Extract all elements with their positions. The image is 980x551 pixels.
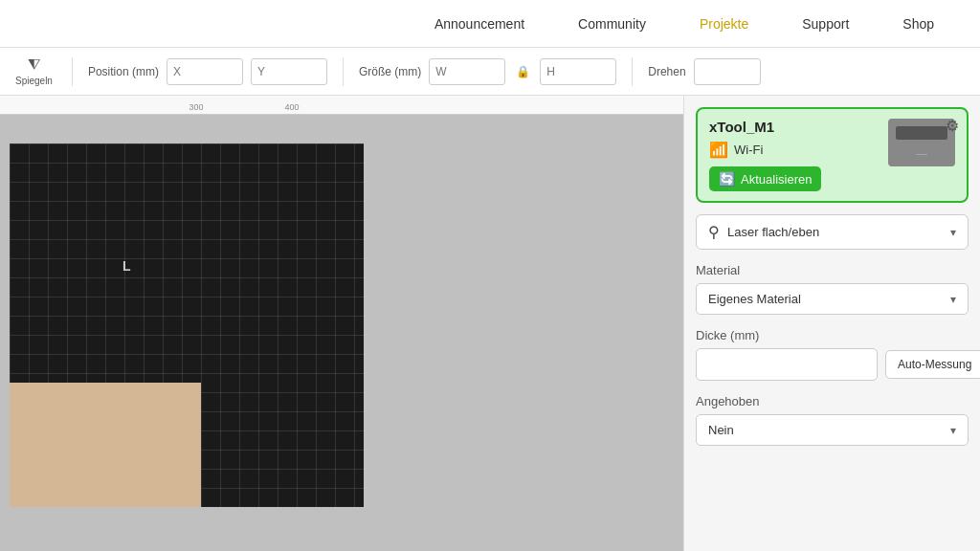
dicke-section-label: Dicke (mm) xyxy=(696,328,969,342)
material-area xyxy=(10,383,201,507)
drehen-input[interactable] xyxy=(694,58,761,85)
wifi-label: Wi-Fi xyxy=(734,143,763,157)
lock-icon[interactable]: 🔒 xyxy=(513,62,532,81)
toolbar: ⧨ Spiegeln Position (mm) Größe (mm) 🔒 Dr… xyxy=(0,48,980,96)
update-button[interactable]: 🔄 Aktualisieren xyxy=(709,166,821,191)
drehen-label: Drehen xyxy=(648,65,685,78)
ruler-mark-400: 400 xyxy=(268,102,316,112)
nav-item-community[interactable]: Community xyxy=(551,0,673,48)
angehoben-selected-label: Nein xyxy=(708,423,734,437)
laser-mode-icon: ⚲ xyxy=(708,223,720,241)
nav-item-projekte[interactable]: Projekte xyxy=(673,0,775,48)
main-area: 300 400 L xTool_M1 📶 Wi-Fi xyxy=(0,96,980,551)
height-input[interactable] xyxy=(540,58,616,85)
spiegeln-icon: ⧨ xyxy=(28,56,40,74)
width-input[interactable] xyxy=(429,58,505,85)
right-panel: xTool_M1 📶 Wi-Fi 🔄 Aktualisieren ⚙ ⚲ Las… xyxy=(683,96,980,551)
auto-messung-button[interactable]: Auto-Messung xyxy=(885,350,980,379)
gear-icon[interactable]: ⚙ xyxy=(946,117,959,135)
nav-items: Announcement Community Projekte Support … xyxy=(408,0,961,48)
toolbar-separator-1 xyxy=(72,57,73,86)
l-cursor-marker: L xyxy=(122,258,131,274)
material-selected-label: Eigenes Material xyxy=(708,292,801,306)
canvas-area[interactable]: 300 400 L xyxy=(0,96,683,551)
dicke-input[interactable] xyxy=(696,348,878,381)
position-group: Position (mm) xyxy=(88,58,327,85)
nav-item-shop[interactable]: Shop xyxy=(876,0,961,48)
laser-mode-left: ⚲ Laser flach/eben xyxy=(708,223,819,241)
device-name: xTool_M1 xyxy=(709,119,880,135)
device-info: xTool_M1 📶 Wi-Fi 🔄 Aktualisieren xyxy=(709,119,880,191)
drehen-group: Drehen xyxy=(648,58,760,85)
material-section-label: Material xyxy=(696,263,969,277)
top-navigation: Announcement Community Projekte Support … xyxy=(0,0,980,48)
laser-bed: L xyxy=(10,143,364,507)
work-area: L xyxy=(0,115,683,551)
update-label: Aktualisieren xyxy=(741,172,812,187)
position-y-input[interactable] xyxy=(251,58,327,85)
update-icon: 🔄 xyxy=(719,171,735,187)
position-label: Position (mm) xyxy=(88,65,159,78)
nav-item-support[interactable]: Support xyxy=(775,0,876,48)
ruler-marks: 300 400 xyxy=(0,102,316,112)
ruler-horizontal: 300 400 xyxy=(0,96,683,115)
laser-mode-select[interactable]: ⚲ Laser flach/eben ▾ xyxy=(696,214,969,250)
position-x-input[interactable] xyxy=(167,58,243,85)
device-card: xTool_M1 📶 Wi-Fi 🔄 Aktualisieren ⚙ xyxy=(696,107,969,203)
laser-mode-label: Laser flach/eben xyxy=(727,225,819,239)
groesse-group: Größe (mm) 🔒 xyxy=(359,58,616,85)
wifi-icon: 📶 xyxy=(709,141,728,159)
wifi-row[interactable]: 📶 Wi-Fi xyxy=(709,141,880,159)
material-chevron-icon: ▾ xyxy=(950,293,956,306)
angehoben-select[interactable]: Nein ▾ xyxy=(696,414,969,446)
spiegeln-label: Spiegeln xyxy=(15,76,53,86)
toolbar-separator-3 xyxy=(632,57,633,86)
groesse-label: Größe (mm) xyxy=(359,65,421,78)
angehoben-section-label: Angehoben xyxy=(696,394,969,408)
nav-item-announcement[interactable]: Announcement xyxy=(408,0,551,48)
dicke-row: Auto-Messung xyxy=(696,348,969,381)
ruler-mark-300: 300 xyxy=(172,102,220,112)
material-select[interactable]: Eigenes Material ▾ xyxy=(696,283,969,315)
toolbar-separator-2 xyxy=(343,57,344,86)
spiegeln-button[interactable]: ⧨ Spiegeln xyxy=(11,56,56,86)
angehoben-chevron-icon: ▾ xyxy=(950,424,956,437)
laser-mode-chevron-icon: ▾ xyxy=(950,226,956,239)
